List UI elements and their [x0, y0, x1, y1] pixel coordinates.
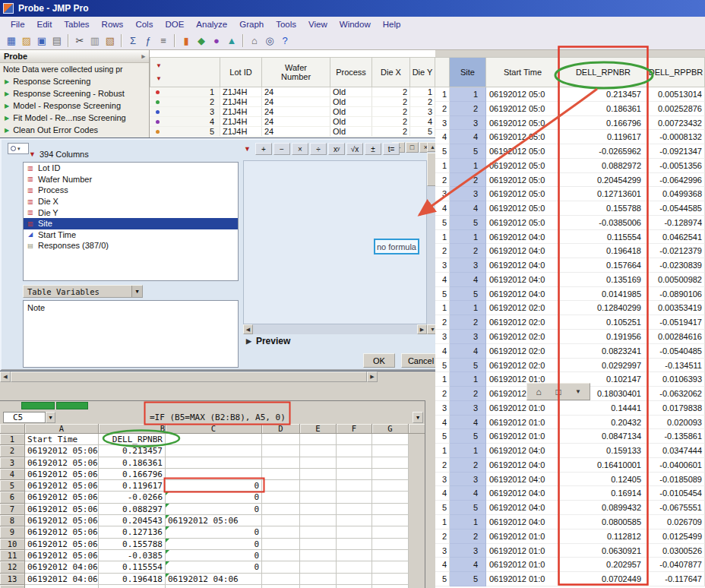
- cell-start-time[interactable]: 06192012 05:0: [486, 216, 560, 230]
- cell-start-time[interactable]: 06192012 04:0: [486, 287, 560, 302]
- paste-icon[interactable]: ▧: [103, 33, 118, 49]
- cell-die-y[interactable]: 5: [435, 144, 450, 159]
- col-header-die-y[interactable]: Die Y: [410, 57, 435, 87]
- red-triangle-menu-icon[interactable]: ▼: [156, 74, 162, 84]
- excel-cell[interactable]: [262, 434, 300, 445]
- cell-site[interactable]: 3: [450, 258, 486, 273]
- menu-help[interactable]: Help: [377, 18, 407, 30]
- cell-die-y[interactable]: 2: [435, 173, 450, 188]
- excel-cell[interactable]: [262, 504, 300, 515]
- menu-view[interactable]: View: [302, 18, 334, 30]
- cell-dell-rppbr[interactable]: 0.020093: [647, 416, 705, 430]
- excel-cell[interactable]: [337, 445, 372, 457]
- excel-cell[interactable]: 0.119617: [99, 480, 166, 492]
- cell-site[interactable]: 1: [450, 301, 486, 315]
- cell-site[interactable]: 4: [450, 201, 486, 216]
- cell-site[interactable]: 3: [450, 187, 486, 201]
- excel-row-number[interactable]: 11: [0, 550, 25, 561]
- cell-die-y[interactable]: 5: [410, 127, 435, 137]
- note-panel[interactable]: Note: [23, 300, 239, 368]
- excel-cell[interactable]: [372, 492, 409, 503]
- cell-start-time[interactable]: 06192012 01:0: [486, 544, 560, 558]
- excel-row-number[interactable]: 2: [0, 445, 25, 457]
- excel-cell[interactable]: 0.127136: [99, 526, 166, 538]
- home-icon[interactable]: ⌂: [530, 385, 547, 399]
- excel-cell[interactable]: [337, 457, 372, 469]
- excel-cell[interactable]: [300, 457, 337, 469]
- cell-start-time[interactable]: 06192012 04:0: [486, 444, 560, 458]
- cell-dell-rpnbr[interactable]: 0.191956: [560, 330, 647, 344]
- cell-start-time[interactable]: 06192012 05:0: [486, 159, 560, 173]
- table-row[interactable]: 5506192012 05:0-0.0385006-0.128974: [435, 216, 705, 230]
- excel-cell[interactable]: 06192012 04:06: [25, 561, 99, 573]
- excel-cell[interactable]: 0: [166, 539, 262, 550]
- cell-dell-rppbr[interactable]: -0.0544585: [647, 201, 705, 216]
- cell-process[interactable]: Old: [330, 127, 372, 137]
- cell-dell-rpnbr[interactable]: 0.0292997: [560, 359, 647, 373]
- maximize-button[interactable]: □: [406, 142, 419, 153]
- cell-process[interactable]: Old: [330, 117, 372, 127]
- cell-dell-rppbr[interactable]: -0.0921347: [647, 144, 705, 159]
- cell-dell-rpnbr[interactable]: 0.105251: [560, 315, 647, 330]
- name-box-dropdown-icon[interactable]: ▼: [46, 412, 55, 423]
- table-row[interactable]: 2206192012 04:00.196418-0.0212379: [435, 244, 705, 258]
- new-data-table-icon[interactable]: ▦: [4, 33, 19, 49]
- excel-cell[interactable]: [300, 561, 337, 573]
- formula-op-transcendental[interactable]: t=: [383, 143, 400, 155]
- cell-die-x[interactable]: 2: [372, 107, 410, 117]
- excel-cell[interactable]: [262, 561, 300, 573]
- scroll-left-icon[interactable]: ◀: [243, 324, 253, 334]
- cell-die-x[interactable]: 2: [372, 127, 410, 137]
- menu-analyze[interactable]: Analyze: [190, 18, 233, 30]
- excel-row-number[interactable]: 4: [0, 469, 25, 480]
- cell-die-y[interactable]: 1: [435, 515, 450, 530]
- excel-cell[interactable]: 06192012 05:06: [25, 504, 99, 515]
- cell-die-y[interactable]: 1: [435, 230, 450, 245]
- excel-col-header-a[interactable]: A: [25, 424, 99, 434]
- table-row[interactable]: 5506192012 05:0-0.0265962-0.0921347: [435, 144, 705, 159]
- cell-dell-rpnbr[interactable]: 0.213457: [560, 87, 647, 102]
- excel-cell[interactable]: [372, 585, 409, 588]
- cell-dell-rppbr[interactable]: -0.0540485: [647, 344, 705, 359]
- home-icon[interactable]: ⌂: [247, 33, 262, 49]
- no-formula-box[interactable]: no formula: [374, 239, 419, 254]
- cell-dell-rpnbr[interactable]: 0.157664: [560, 258, 647, 273]
- cell-die-y[interactable]: 3: [435, 401, 450, 416]
- excel-cell[interactable]: [300, 515, 337, 526]
- cell-site[interactable]: 4: [450, 416, 486, 430]
- excel-cell[interactable]: DELL_RPNBR: [99, 434, 166, 445]
- table-row[interactable]: 3306192012 02:00.1919560.00284616: [435, 330, 705, 344]
- cell-dell-rppbr[interactable]: 0.0179838: [647, 401, 705, 416]
- column-item-responses-387-0[interactable]: ▤Responses (387/0): [24, 240, 238, 251]
- formula-canvas[interactable]: no formula: [243, 160, 427, 324]
- excel-cell[interactable]: [337, 574, 372, 585]
- cell-die-y[interactable]: 5: [435, 216, 450, 230]
- cell-die-y[interactable]: 4: [435, 416, 450, 430]
- cell-start-time[interactable]: 06192012 04:0: [486, 473, 560, 487]
- table-row[interactable]: 3306192012 01:00.144410.0179838: [435, 401, 705, 416]
- cell-dell-rpnbr[interactable]: 0.166796: [560, 116, 647, 131]
- sidebar-item-model-response-screening[interactable]: ▶Model - Response Screening: [0, 100, 149, 112]
- menu-edit[interactable]: Edit: [31, 18, 58, 30]
- cell-start-time[interactable]: 06192012 01:0: [486, 401, 560, 416]
- cell-die-y[interactable]: 1: [435, 372, 450, 387]
- excel-cell[interactable]: [166, 457, 262, 469]
- excel-cell[interactable]: 0.196418: [99, 574, 166, 585]
- cell-dell-rpnbr[interactable]: -0.0265962: [560, 144, 647, 159]
- cell-die-x[interactable]: 2: [372, 117, 410, 127]
- cell-die-y[interactable]: 2: [435, 387, 450, 401]
- excel-row-number[interactable]: 10: [0, 539, 25, 550]
- table-variables-dropdown[interactable]: Table Variables ▼: [23, 285, 143, 298]
- cell-die-y[interactable]: 3: [435, 473, 450, 487]
- cell-dell-rpnbr[interactable]: 0.112812: [560, 530, 647, 544]
- row-number[interactable]: 3: [150, 107, 220, 117]
- cell-dell-rppbr[interactable]: 0.00513014: [647, 87, 705, 102]
- window-icon[interactable]: □: [550, 385, 567, 399]
- excel-cell[interactable]: [262, 469, 300, 480]
- cell-start-time[interactable]: 06192012 04:0: [486, 230, 560, 245]
- cell-dell-rpnbr[interactable]: 0.119617: [560, 130, 647, 144]
- cell-site[interactable]: 2: [450, 173, 486, 188]
- cell-site[interactable]: 2: [450, 102, 486, 116]
- cell-die-y[interactable]: 3: [435, 330, 450, 344]
- col-header-lot-id[interactable]: Lot ID: [220, 57, 262, 87]
